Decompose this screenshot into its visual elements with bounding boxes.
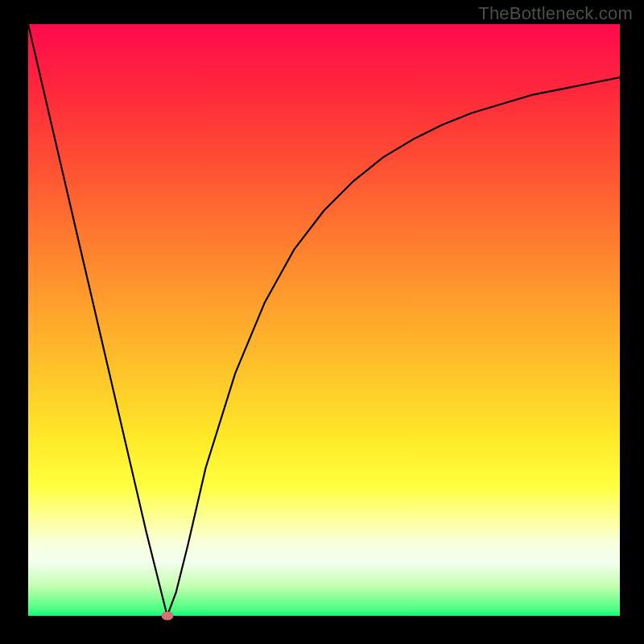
watermark-text: TheBottleneck.com: [478, 3, 633, 24]
chart-frame: TheBottleneck.com: [0, 0, 644, 644]
plot-area: [28, 24, 620, 616]
bottleneck-curve: [28, 24, 620, 616]
min-point-marker: [161, 612, 173, 621]
